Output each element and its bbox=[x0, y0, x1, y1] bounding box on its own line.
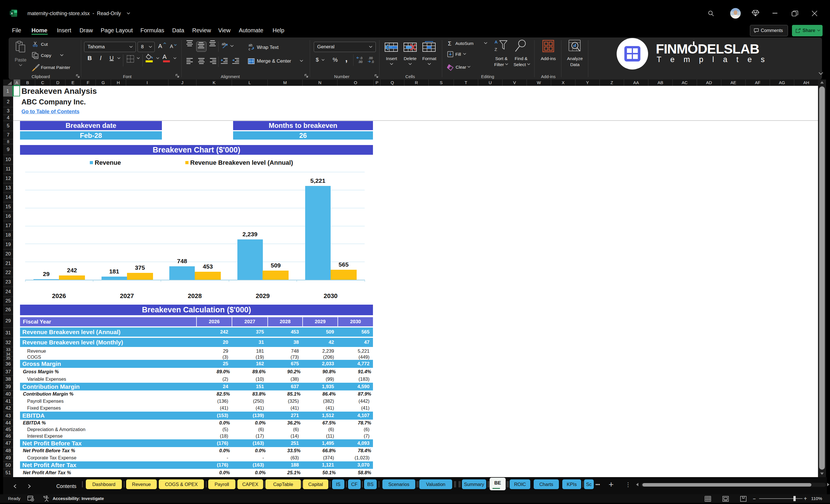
svg-text:Z: Z bbox=[494, 47, 497, 52]
svg-text:.0: .0 bbox=[360, 56, 362, 60]
svg-text:x: x bbox=[11, 11, 13, 15]
svg-text:.00: .00 bbox=[369, 56, 373, 60]
svg-text:ab: ab bbox=[222, 42, 226, 46]
svg-text:c: c bbox=[249, 47, 250, 51]
svg-text:A: A bbox=[494, 39, 498, 44]
svg-text:ab: ab bbox=[249, 43, 253, 47]
svg-text:.00: .00 bbox=[358, 60, 362, 63]
svg-text:.0: .0 bbox=[371, 60, 374, 63]
